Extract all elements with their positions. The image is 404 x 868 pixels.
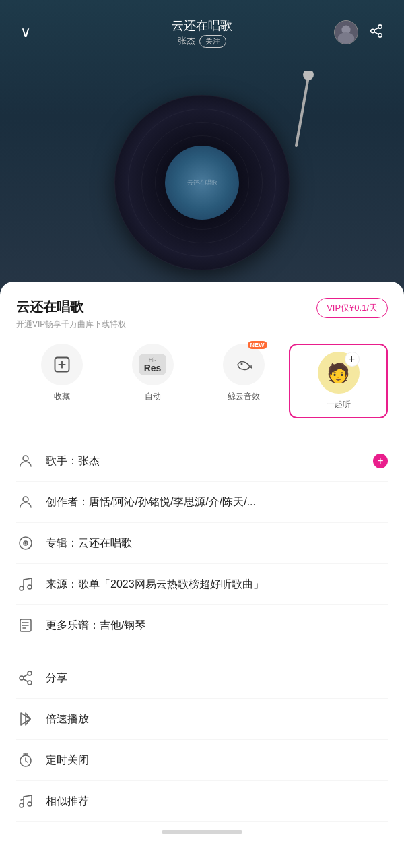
sheet-song-sub: 开通VIP畅享千万曲库下载特权	[16, 319, 126, 330]
song-info-left: 云还在唱歌 开通VIP畅享千万曲库下载特权	[16, 298, 126, 330]
svg-point-16	[23, 497, 28, 502]
score-icon	[16, 616, 35, 635]
song-info-header: 云还在唱歌 开通VIP畅享千万曲库下载特权 VIP仅¥0.1/天	[16, 298, 388, 330]
svg-line-31	[24, 679, 28, 682]
score-menu-item[interactable]: 更多乐谱：吉他/钢琴	[16, 605, 388, 646]
svg-point-20	[20, 586, 24, 590]
home-indicator-bar	[162, 830, 242, 834]
together-label: 一起听	[327, 399, 351, 410]
auto-label: 自动	[145, 391, 161, 402]
home-indicator	[16, 822, 388, 839]
svg-line-6	[374, 32, 378, 34]
speed-icon	[16, 710, 35, 728]
svg-point-30	[28, 681, 32, 685]
svg-line-40	[21, 799, 24, 800]
vinyl-area: 云还在唱歌	[0, 51, 404, 274]
character-icon: 🧑	[327, 362, 350, 384]
disc-icon	[18, 535, 34, 551]
singer-text: 歌手：张杰	[46, 454, 362, 468]
album-menu-item[interactable]: 专辑：云还在唱歌	[16, 523, 388, 564]
clock-icon	[18, 752, 34, 768]
similar-icon	[16, 792, 35, 811]
svg-point-15	[23, 456, 28, 461]
creator-text: 创作者：唐恬/阿沁/孙铭悦/李思源/介/陈天/...	[46, 495, 388, 509]
speed-menu-item[interactable]: 倍速播放	[16, 699, 388, 740]
new-badge: NEW	[248, 341, 267, 349]
source-icon	[16, 575, 35, 594]
header-title-area: 云还在唱歌 张杰 关注	[172, 18, 232, 48]
share-text: 分享	[46, 671, 388, 685]
svg-point-19	[25, 542, 26, 544]
hires-icon-circle: Hi- Res	[132, 344, 174, 385]
similar-menu-item[interactable]: 相似推荐	[16, 781, 388, 822]
effect-label: 鲸云音效	[228, 391, 260, 402]
score-sheet-icon	[18, 617, 34, 633]
source-menu-item[interactable]: 来源：歌单「2023网易云热歌榜超好听歌曲」	[16, 564, 388, 605]
tonearm-icon	[283, 71, 337, 166]
svg-point-14	[240, 363, 242, 365]
effect-icon-circle: NEW	[223, 344, 265, 385]
vinyl-record: 云还在唱歌	[114, 95, 290, 270]
person2-icon	[18, 494, 34, 510]
collect-icon	[53, 355, 71, 374]
singer-menu-item[interactable]: 歌手：张杰 +	[16, 441, 388, 482]
divider-2	[16, 652, 388, 652]
share-menu-item[interactable]: 分享	[16, 658, 388, 699]
svg-point-38	[20, 803, 24, 807]
bottom-sheet: 云还在唱歌 开通VIP畅享千万曲库下载特权 VIP仅¥0.1/天 收藏 Hi- …	[0, 282, 404, 868]
whale-icon	[234, 354, 254, 375]
timer-text: 定时关闭	[46, 753, 388, 768]
svg-line-9	[296, 77, 308, 146]
plus-small-icon: +	[345, 352, 360, 367]
header-artist-row: 张杰 关注	[178, 35, 226, 48]
svg-point-10	[303, 71, 314, 80]
speed-play-icon	[18, 711, 34, 727]
sheet-song-title: 云还在唱歌	[16, 298, 126, 316]
vip-button[interactable]: VIP仅¥0.1/天	[316, 298, 388, 318]
collapse-button[interactable]: ∨	[20, 24, 31, 41]
svg-line-32	[24, 675, 28, 677]
header-right	[334, 20, 384, 44]
singer-icon	[16, 452, 35, 470]
collect-label: 收藏	[54, 391, 70, 402]
svg-line-7	[374, 27, 378, 30]
together-icon-circle: 🧑 +	[318, 352, 360, 394]
action-buttons: 收藏 Hi- Res 自动 NEW 鲸云	[16, 344, 388, 418]
player-header: ∨ 云还在唱歌 张杰 关注	[0, 0, 404, 51]
timer-menu-item[interactable]: 定时关闭	[16, 740, 388, 781]
divider-1	[16, 435, 388, 435]
share-icon-svg	[18, 670, 34, 686]
artist-add-button[interactable]: +	[373, 454, 388, 468]
svg-point-28	[28, 671, 32, 675]
timer-icon	[16, 751, 35, 770]
res-text: Res	[144, 363, 162, 373]
svg-point-26	[22, 622, 23, 623]
svg-point-21	[28, 585, 32, 589]
score-text: 更多乐谱：吉他/钢琴	[46, 619, 388, 633]
together-button[interactable]: 🧑 + 一起听	[289, 344, 388, 418]
creator-icon	[16, 493, 35, 512]
svg-point-2	[338, 32, 355, 44]
similar-music-icon	[18, 793, 34, 809]
speed-text: 倍速播放	[46, 712, 388, 726]
svg-point-27	[22, 625, 23, 626]
player-background: ∨ 云还在唱歌 张杰 关注	[0, 0, 404, 290]
header-artist: 张杰	[178, 35, 195, 47]
share-icon[interactable]	[369, 24, 384, 42]
album-text: 专辑：云还在唱歌	[46, 536, 388, 551]
music-note-icon	[18, 576, 34, 592]
avatar-icon	[335, 20, 358, 44]
creator-menu-item[interactable]: 创作者：唐恬/阿沁/孙铭悦/李思源/介/陈天/...	[16, 482, 388, 523]
similar-text: 相似推荐	[46, 795, 388, 809]
header-song-title: 云还在唱歌	[172, 18, 232, 34]
share-menu-icon	[16, 669, 35, 687]
effect-button[interactable]: NEW 鲸云音效	[198, 344, 289, 402]
person-icon	[18, 453, 34, 469]
source-text: 来源：歌单「2023网易云热歌榜超好听歌曲」	[46, 578, 388, 592]
follow-button[interactable]: 关注	[199, 35, 226, 48]
avatar[interactable]	[334, 20, 358, 44]
album-icon	[16, 534, 35, 553]
svg-point-29	[20, 676, 24, 680]
auto-button[interactable]: Hi- Res 自动	[107, 344, 198, 402]
collect-button[interactable]: 收藏	[16, 344, 107, 402]
